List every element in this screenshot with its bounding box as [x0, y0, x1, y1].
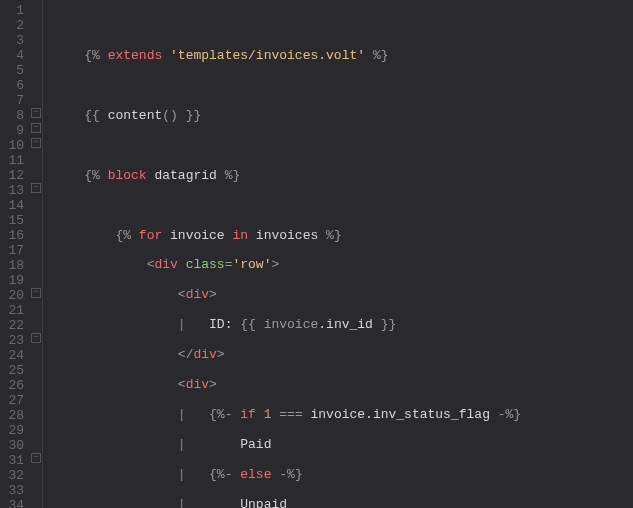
- line-number: 3: [0, 34, 24, 49]
- line-number: 20: [0, 289, 24, 304]
- line-number: 29: [0, 424, 24, 439]
- line-number: 11: [0, 154, 24, 169]
- line-number: 24: [0, 349, 24, 364]
- fold-toggle-icon[interactable]: −: [31, 333, 41, 343]
- line-number: 8: [0, 109, 24, 124]
- line-number: 34: [0, 499, 24, 508]
- fold-toggle-icon[interactable]: −: [31, 183, 41, 193]
- fold-toggle-icon[interactable]: −: [31, 108, 41, 118]
- line-number: 6: [0, 79, 24, 94]
- line-number: 17: [0, 244, 24, 259]
- line-number: 30: [0, 439, 24, 454]
- line-number: 33: [0, 484, 24, 499]
- line-number: 32: [0, 469, 24, 484]
- line-number: 19: [0, 274, 24, 289]
- line-number: 22: [0, 319, 24, 334]
- line-number: 26: [0, 379, 24, 394]
- line-number: 31: [0, 454, 24, 469]
- line-number: 5: [0, 64, 24, 79]
- line-number: 21: [0, 304, 24, 319]
- line-number: 1: [0, 4, 24, 19]
- line-number: 27: [0, 394, 24, 409]
- code-editor: 1 2 3 4 5 6 7 8 9 10 11 12 13 14 15 16 1…: [0, 0, 633, 508]
- line-number: 14: [0, 199, 24, 214]
- line-number: 23: [0, 334, 24, 349]
- line-number: 25: [0, 364, 24, 379]
- fold-toggle-icon[interactable]: −: [31, 138, 41, 148]
- fold-gutter: − − − − − − −: [30, 0, 43, 508]
- line-number: 7: [0, 94, 24, 109]
- line-number: 9: [0, 124, 24, 139]
- line-number: 18: [0, 259, 24, 274]
- code-area[interactable]: {% extends 'templates/invoices.volt' %} …: [43, 0, 521, 508]
- line-number: 2: [0, 19, 24, 34]
- line-number: 28: [0, 409, 24, 424]
- line-number: 10: [0, 139, 24, 154]
- fold-toggle-icon[interactable]: −: [31, 453, 41, 463]
- line-number: 16: [0, 229, 24, 244]
- fold-toggle-icon[interactable]: −: [31, 288, 41, 298]
- fold-toggle-icon[interactable]: −: [31, 123, 41, 133]
- line-number-gutter: 1 2 3 4 5 6 7 8 9 10 11 12 13 14 15 16 1…: [0, 0, 30, 508]
- line-number: 12: [0, 169, 24, 184]
- line-number: 4: [0, 49, 24, 64]
- line-number: 15: [0, 214, 24, 229]
- line-number: 13: [0, 184, 24, 199]
